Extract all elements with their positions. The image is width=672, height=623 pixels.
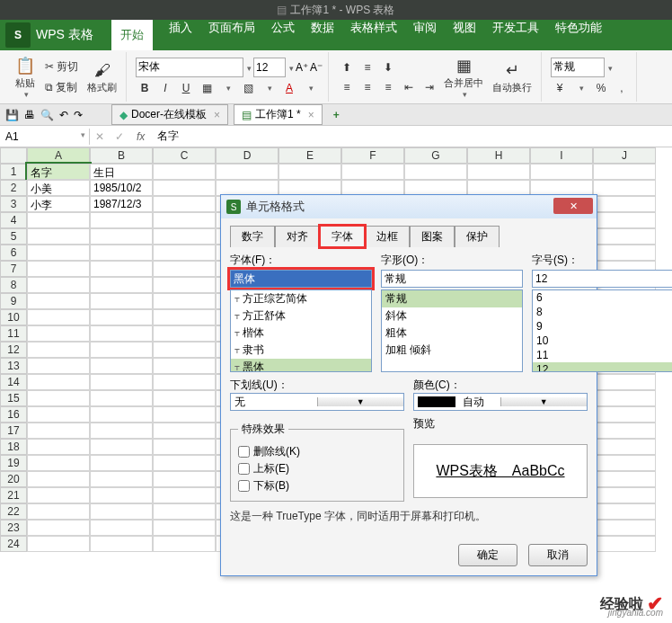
cell-ref-input[interactable]: A1 [0,129,90,145]
list-item[interactable]: 8 [533,305,672,319]
cell-G1[interactable] [404,164,467,180]
col-header[interactable]: E [279,147,341,164]
cell-B16[interactable] [90,406,153,423]
col-header[interactable]: G [404,147,467,164]
cell-B20[interactable] [90,471,153,487]
qat-undo-icon[interactable]: ↶ [59,109,68,121]
list-item[interactable]: 10 [533,334,672,348]
cell-A1[interactable]: 名字 [27,164,90,180]
cell-B2[interactable]: 1985/10/2 [90,180,153,196]
cell-J24[interactable] [593,536,656,552]
cell-A8[interactable] [27,277,90,293]
cell-A19[interactable] [27,455,90,471]
tab-font[interactable]: 字体 [320,226,365,247]
cell-C16[interactable] [153,406,216,423]
list-item[interactable]: 9 [533,319,672,334]
cell-B3[interactable]: 1987/12/3 [90,196,153,212]
cell-A24[interactable] [27,536,90,552]
cell-J2[interactable] [593,180,656,196]
comma-icon[interactable]: , [613,79,631,97]
num-format-dd[interactable] [606,61,613,74]
cell-B23[interactable] [90,520,153,536]
dialog-titlebar[interactable]: S 单元格格式 ✕ [221,195,597,218]
cell-A20[interactable] [27,471,90,487]
align-top-icon[interactable]: ⬆ [338,58,356,76]
row-header[interactable]: 17 [0,423,27,439]
cell-C15[interactable] [153,390,216,406]
list-item[interactable]: 11 [533,348,672,362]
cell-C20[interactable] [153,471,216,487]
qat-save-icon[interactable]: 💾 [5,109,19,121]
tab-number[interactable]: 数字 [230,226,275,247]
row-header[interactable]: 10 [0,309,27,325]
color-combo[interactable]: 自动▼ [413,393,588,411]
menu-feature[interactable]: 特色功能 [555,20,602,50]
row-header[interactable]: 15 [0,390,27,406]
cell-C21[interactable] [153,487,216,503]
cell-A3[interactable]: 小李 [27,196,90,212]
col-header[interactable]: A [27,147,90,164]
cancel-button[interactable]: 取消 [528,544,588,566]
cell-A17[interactable] [27,423,90,439]
menu-start[interactable]: 开始 [111,20,153,50]
list-item[interactable]: 黑体 [231,359,371,372]
row-header[interactable]: 14 [0,374,27,390]
size-listbox[interactable]: 689101112 [532,289,672,372]
close-icon[interactable]: × [308,109,314,121]
sub-checkbox[interactable] [238,480,250,492]
cell-C24[interactable] [153,536,216,552]
row-header[interactable]: 7 [0,261,27,277]
tab-align[interactable]: 对齐 [275,226,320,247]
fill-dd[interactable] [260,79,278,97]
cell-C2[interactable] [153,180,216,196]
cell-C13[interactable] [153,358,216,374]
cell-J23[interactable] [593,520,656,536]
shrink-font-icon[interactable]: A⁻ [310,61,323,74]
cell-B10[interactable] [90,309,153,325]
percent-icon[interactable]: % [592,79,610,97]
strike-checkbox[interactable] [238,446,250,458]
row-header[interactable]: 20 [0,471,27,487]
cell-A23[interactable] [27,520,90,536]
cell-J15[interactable] [593,390,656,406]
cell-H1[interactable] [467,164,530,180]
close-button[interactable]: ✕ [553,198,593,214]
add-tab-button[interactable]: + [328,107,345,123]
row-header[interactable]: 3 [0,196,27,212]
cell-C6[interactable] [153,245,216,261]
cell-B1[interactable]: 生日 [90,164,153,180]
italic-button[interactable]: I [156,79,174,97]
row-header[interactable]: 21 [0,487,27,503]
cell-C5[interactable] [153,228,216,245]
col-header[interactable]: I [530,147,593,164]
cell-J17[interactable] [593,423,656,439]
cell-B14[interactable] [90,374,153,390]
align-right-icon[interactable]: ≡ [379,78,397,96]
grow-font-icon[interactable]: A⁺ [296,61,308,74]
list-item[interactable]: 楷体 [231,325,371,342]
cell-B13[interactable] [90,358,153,374]
cell-C1[interactable] [153,164,216,180]
tab-border[interactable]: 边框 [365,226,410,247]
col-header[interactable]: B [90,147,153,164]
cell-E1[interactable] [279,164,341,180]
cell-J22[interactable] [593,503,656,520]
cell-J16[interactable] [593,406,656,423]
currency-icon[interactable]: ¥ [551,79,569,97]
cell-J20[interactable] [593,471,656,487]
chevron-down-icon[interactable]: ▼ [500,397,588,406]
menu-review[interactable]: 审阅 [413,20,437,50]
font-color-button[interactable]: A [280,79,298,97]
row-header[interactable]: 11 [0,325,27,342]
col-header[interactable]: C [153,147,216,164]
font-name-dd[interactable] [245,61,252,74]
cell-C4[interactable] [153,212,216,228]
tab-protect[interactable]: 保护 [455,226,500,247]
row-header[interactable]: 13 [0,358,27,374]
cell-A15[interactable] [27,390,90,406]
menu-dev[interactable]: 开发工具 [492,20,539,50]
menu-formula[interactable]: 公式 [271,20,295,50]
border-button[interactable]: ▦ [198,79,216,97]
cell-A6[interactable] [27,245,90,261]
cell-B4[interactable] [90,212,153,228]
